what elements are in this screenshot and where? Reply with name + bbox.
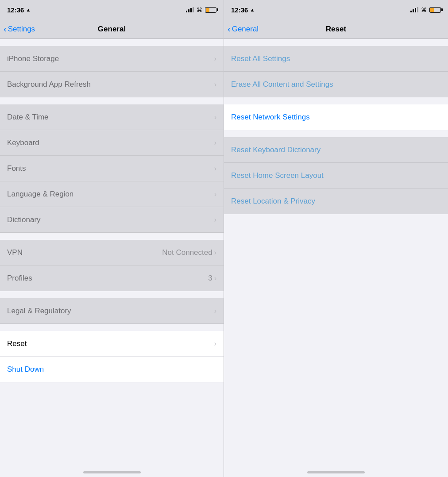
left-language-region-right: › [214, 190, 216, 198]
left-legal-regulatory-label: Legal & Regulatory [7, 307, 71, 315]
left-dictionary-chevron: › [214, 216, 216, 224]
right-battery-icon [429, 7, 441, 13]
left-keyboard-label: Keyboard [7, 138, 39, 147]
right-reset-location-privacy-label: Reset Location & Privacy [231, 197, 315, 206]
left-keyboard-right: › [214, 139, 216, 147]
left-vpn[interactable]: VPN Not Connected › [0, 240, 224, 265]
left-vpn-status: Not Connected [162, 248, 212, 257]
signal-bar-1 [186, 11, 187, 12]
left-reset-label: Reset [7, 339, 27, 348]
left-iphone-storage-right: › [214, 55, 216, 63]
left-legal-regulatory-right: › [214, 307, 216, 315]
right-erase-all-content[interactable]: Erase All Content and Settings [224, 72, 448, 97]
left-background-app-refresh-label: Background App Refresh [7, 80, 91, 89]
left-time-text: 12:36 [7, 6, 24, 14]
left-language-region-label: Language & Region [7, 190, 73, 199]
right-status-bar: 12:36 ▲ ⌘ [224, 0, 448, 19]
left-status-bar: 12:36 ▲ ⌘ [0, 0, 224, 19]
left-profiles[interactable]: Profiles 3 › [0, 265, 224, 291]
left-battery-fill [206, 8, 209, 12]
left-profiles-count: 3 [208, 274, 212, 283]
left-background-app-refresh[interactable]: Background App Refresh › [0, 72, 224, 97]
left-group-2: Date & Time › Keyboard › Fonts › Languag… [0, 104, 224, 233]
right-home-indicator [307, 471, 365, 473]
left-profiles-right: 3 › [208, 274, 216, 283]
right-erase-all-content-label: Erase All Content and Settings [231, 80, 333, 89]
left-iphone-storage[interactable]: iPhone Storage › [0, 46, 224, 72]
right-group-2: Reset Network Settings [224, 104, 448, 130]
right-back-label: General [232, 25, 259, 34]
right-group-1: Reset All Settings Erase All Content and… [224, 46, 448, 97]
left-date-time-label: Date & Time [7, 113, 49, 122]
right-reset-location-privacy[interactable]: Reset Location & Privacy [224, 188, 448, 214]
left-group-1: iPhone Storage › Background App Refresh … [0, 46, 224, 97]
left-wifi-icon: ⌘ [197, 7, 202, 13]
left-date-time-right: › [214, 113, 216, 121]
right-signal-bar-1 [410, 11, 412, 12]
right-nav-bar: ‹ General Reset [224, 19, 448, 39]
left-date-time[interactable]: Date & Time › [0, 104, 224, 130]
right-back-chevron-icon: ‹ [228, 24, 231, 33]
left-panel: 12:36 ▲ ⌘ ‹ Settings General iPhone Stor… [0, 0, 224, 477]
right-reset-all-settings[interactable]: Reset All Settings [224, 46, 448, 72]
left-background-app-refresh-chevron: › [214, 81, 216, 88]
right-reset-network-settings-label: Reset Network Settings [231, 113, 310, 122]
left-dictionary-label: Dictionary [7, 215, 41, 224]
left-group-5: Reset › [0, 331, 224, 357]
left-shut-down[interactable]: Shut Down [0, 357, 224, 382]
left-group-6: Shut Down [0, 357, 224, 382]
right-signal-bar-3 [415, 8, 416, 12]
left-dictionary-right: › [214, 216, 216, 224]
signal-bar-3 [190, 8, 192, 12]
left-nav-title: General [98, 25, 126, 34]
left-date-time-chevron: › [214, 113, 216, 121]
left-fonts-right: › [214, 165, 216, 173]
left-nav-bar: ‹ Settings General [0, 19, 224, 39]
left-profiles-label: Profiles [7, 274, 32, 283]
left-background-app-refresh-right: › [214, 81, 216, 88]
left-language-region[interactable]: Language & Region › [0, 181, 224, 207]
left-location-icon: ▲ [26, 7, 31, 12]
right-reset-network-settings[interactable]: Reset Network Settings [224, 104, 448, 130]
left-fonts-label: Fonts [7, 164, 26, 173]
left-signal-icon [186, 7, 194, 12]
right-status-time: 12:36 ▲ [231, 6, 255, 14]
left-vpn-chevron: › [214, 249, 216, 257]
left-dictionary[interactable]: Dictionary › [0, 207, 224, 233]
right-reset-all-settings-label: Reset All Settings [231, 54, 290, 63]
left-status-icons: ⌘ [186, 7, 216, 13]
left-fonts[interactable]: Fonts › [0, 156, 224, 181]
left-status-time: 12:36 ▲ [7, 6, 31, 14]
right-signal-icon [410, 7, 418, 12]
left-group-3: VPN Not Connected › Profiles 3 › [0, 240, 224, 291]
right-back-button[interactable]: ‹ General [228, 25, 259, 34]
right-reset-home-screen-layout[interactable]: Reset Home Screen Layout [224, 163, 448, 188]
left-iphone-storage-label: iPhone Storage [7, 54, 59, 63]
left-profiles-chevron: › [214, 274, 216, 282]
left-iphone-storage-chevron: › [214, 55, 216, 63]
right-wifi-icon: ⌘ [421, 7, 427, 13]
left-reset[interactable]: Reset › [0, 331, 224, 357]
left-back-chevron-icon: ‹ [4, 24, 7, 33]
left-vpn-right: Not Connected › [162, 248, 216, 257]
left-reset-chevron: › [214, 340, 216, 348]
left-keyboard[interactable]: Keyboard › [0, 130, 224, 156]
right-time-text: 12:36 [231, 6, 248, 14]
right-panel: 12:36 ▲ ⌘ ‹ General Reset Reset All Sett… [224, 0, 448, 477]
left-keyboard-chevron: › [214, 139, 216, 147]
left-legal-regulatory-chevron: › [214, 307, 216, 315]
left-back-button[interactable]: ‹ Settings [4, 25, 35, 34]
right-signal-bar-4 [417, 7, 418, 12]
right-reset-keyboard-dictionary-label: Reset Keyboard Dictionary [231, 146, 321, 154]
right-reset-keyboard-dictionary[interactable]: Reset Keyboard Dictionary [224, 137, 448, 163]
left-vpn-label: VPN [7, 248, 23, 257]
right-nav-title: Reset [326, 25, 346, 34]
right-battery-fill [430, 8, 434, 12]
left-home-indicator [83, 471, 141, 473]
signal-bar-4 [193, 7, 194, 12]
right-group-3: Reset Keyboard Dictionary Reset Home Scr… [224, 137, 448, 214]
left-legal-regulatory[interactable]: Legal & Regulatory › [0, 298, 224, 324]
left-battery-icon [205, 7, 216, 13]
right-reset-home-screen-layout-label: Reset Home Screen Layout [231, 171, 324, 180]
signal-bar-2 [188, 9, 189, 12]
